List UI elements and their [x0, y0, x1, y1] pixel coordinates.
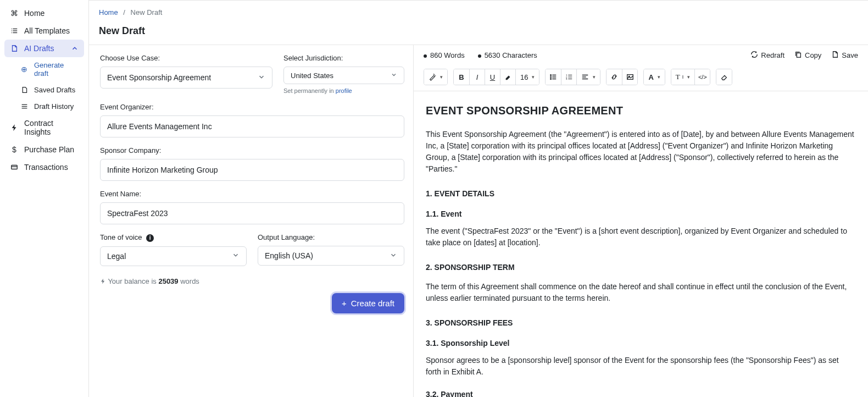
sponsor-input[interactable]	[100, 159, 404, 181]
sidebar-item-label: Saved Drafts	[34, 86, 75, 94]
balance-suffix: words	[179, 277, 199, 285]
text-style-button[interactable]: TI▾	[671, 69, 694, 85]
chevron-down-icon	[258, 73, 265, 82]
copy-button[interactable]: Copy	[794, 51, 821, 60]
page-title: New Draft	[89, 20, 868, 45]
tone-value: Legal	[107, 252, 126, 261]
profile-link[interactable]: profile	[336, 87, 352, 94]
tone-label: Tone of voice i	[100, 233, 247, 242]
plus-icon: +	[342, 299, 347, 308]
lang-select[interactable]: English (USA)	[258, 246, 404, 266]
italic-button[interactable]: I	[469, 69, 485, 85]
event-name-input[interactable]	[100, 202, 404, 224]
info-icon[interactable]: i	[146, 234, 154, 242]
magic-wand-button[interactable]: ▾	[424, 69, 447, 85]
ordered-list-button[interactable]: 123	[561, 69, 576, 85]
eraser-button[interactable]	[716, 69, 732, 85]
main-content: Home / New Draft New Draft Choose Use Ca…	[89, 0, 868, 397]
jurisdiction-hint: Set permanently in profile	[283, 87, 404, 94]
highlight-button[interactable]	[500, 69, 515, 85]
menu-icon	[20, 102, 29, 111]
sidebar-item-label: Contract Insights	[24, 119, 79, 136]
chevron-down-icon	[391, 71, 397, 80]
sidebar-item-history[interactable]: Draft History	[14, 98, 84, 114]
chevron-up-icon	[71, 45, 79, 52]
breadcrumb-home[interactable]: Home	[99, 8, 118, 16]
create-draft-label: Create draft	[351, 299, 394, 308]
code-button[interactable]: </>	[694, 69, 710, 85]
svg-rect-9	[12, 166, 18, 169]
doc-subheading: 3.1. Sponsorship Level	[426, 338, 856, 349]
sidebar-item-generate[interactable]: ⊕ Generate draft	[14, 57, 84, 81]
jurisdiction-label: Select Jurisdiction:	[283, 54, 404, 62]
copy-icon	[794, 51, 802, 60]
balance-prefix: Your balance is	[108, 277, 158, 285]
use-case-label: Choose Use Case:	[100, 54, 272, 62]
sidebar-item-aidrafts[interactable]: AI Drafts	[4, 40, 84, 57]
link-button[interactable]	[607, 69, 622, 85]
tone-select[interactable]: Legal	[100, 246, 247, 266]
char-count: 5630 Characters	[478, 51, 537, 59]
sidebar-item-templates[interactable]: All Templates	[4, 22, 84, 40]
jurisdiction-select[interactable]: United States	[283, 67, 404, 84]
organizer-label: Event Organizer:	[100, 103, 404, 111]
sidebar-item-purchase[interactable]: $ Purchase Plan	[4, 141, 84, 158]
sidebar-item-label: All Templates	[24, 26, 70, 35]
svg-rect-11	[797, 53, 800, 57]
image-button[interactable]	[622, 69, 637, 85]
chevron-down-icon	[232, 251, 240, 261]
document-icon	[10, 44, 19, 53]
sidebar-item-home[interactable]: ⌘ Home	[4, 4, 84, 22]
doc-paragraph: Sponsor agrees to be a [sponsorship leve…	[426, 355, 856, 378]
save-icon	[831, 51, 839, 60]
underline-button[interactable]: U	[485, 69, 500, 85]
sidebar-submenu-aidrafts: ⊕ Generate draft Saved Drafts Draft Hist…	[4, 57, 84, 114]
bolt-icon	[10, 123, 19, 132]
caret-icon: ▾	[593, 74, 596, 80]
breadcrumb-current: New Draft	[131, 8, 163, 16]
organizer-input[interactable]	[100, 115, 404, 137]
content-row: Choose Use Case: Event Sponsorship Agree…	[89, 45, 868, 397]
doc-heading: 2. SPONSORSHIP TERM	[426, 262, 856, 273]
form-column: Choose Use Case: Event Sponsorship Agree…	[89, 45, 413, 397]
event-name-label: Event Name:	[100, 190, 404, 198]
jurisdiction-value: United States	[291, 71, 333, 80]
bold-button[interactable]: B	[454, 69, 469, 85]
doc-heading: 3. SPONSORSHIP FEES	[426, 317, 856, 329]
sidebar-item-label: Purchase Plan	[24, 145, 74, 154]
list-icon	[10, 26, 19, 35]
sidebar-item-saved[interactable]: Saved Drafts	[14, 81, 84, 98]
file-icon	[20, 85, 29, 94]
card-icon	[10, 163, 19, 172]
app-root: ⌘ Home All Templates AI Drafts ⊕ Generat…	[0, 0, 868, 397]
breadcrumb-separator: /	[120, 8, 129, 16]
text-color-button[interactable]: A▾	[644, 69, 664, 85]
lang-label: Output Language:	[258, 233, 404, 241]
sidebar: ⌘ Home All Templates AI Drafts ⊕ Generat…	[0, 0, 89, 397]
doc-paragraph: The event ("SpectraFest 2023" or the "Ev…	[426, 225, 856, 249]
home-icon: ⌘	[10, 9, 19, 18]
document-editor[interactable]: EVENT SPONSORSHIP AGREEMENT This Event S…	[414, 91, 868, 397]
create-draft-button[interactable]: + Create draft	[332, 293, 404, 313]
caret-icon: ▾	[440, 74, 443, 80]
doc-subheading: 1.1. Event	[426, 208, 856, 220]
doc-intro: This Event Sponsorship Agreement (the "A…	[426, 129, 856, 175]
doc-title: EVENT SPONSORSHIP AGREEMENT	[426, 102, 856, 119]
save-button[interactable]: Save	[831, 51, 858, 60]
unordered-list-button[interactable]	[546, 69, 561, 85]
sidebar-item-label: Home	[24, 9, 44, 18]
doc-paragraph: The term of this Agreement shall commenc…	[426, 281, 856, 304]
sidebar-item-label: Generate draft	[34, 61, 79, 78]
sidebar-item-transactions[interactable]: Transactions	[4, 158, 84, 176]
align-button[interactable]: ▾	[576, 69, 600, 85]
font-size-select[interactable]: 16▾	[515, 69, 539, 85]
sidebar-item-label: Draft History	[34, 102, 74, 111]
balance-number: 25039	[158, 277, 178, 285]
bolt-icon	[100, 277, 108, 285]
svg-point-12	[550, 75, 552, 76]
redraft-button[interactable]: Redraft	[750, 51, 784, 60]
use-case-select[interactable]: Event Sponsorship Agreement	[100, 67, 272, 89]
sidebar-item-insights[interactable]: Contract Insights	[4, 114, 84, 141]
editor-stats: 860 Words 5630 Characters	[424, 51, 537, 59]
editor-top-bar: 860 Words 5630 Characters Redraft	[414, 45, 868, 65]
